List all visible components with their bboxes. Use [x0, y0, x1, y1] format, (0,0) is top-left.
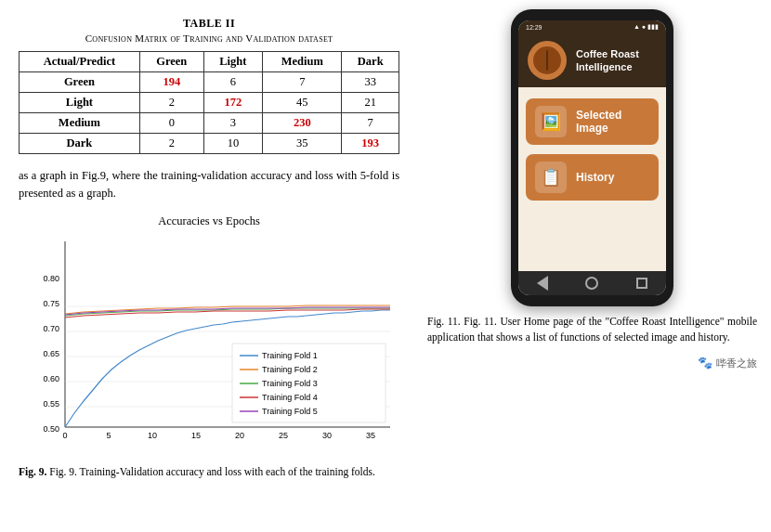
phone-container: 12:29 ▲ ● ▮▮▮ Coffee RoastIntelligence 🖼…	[427, 9, 757, 306]
table-cell: 0	[139, 113, 203, 134]
chart-area: Accuracies vs Epochs 0.50 0.55 0.60 0.65…	[19, 214, 399, 480]
svg-text:Training Fold 4: Training Fold 4	[262, 393, 318, 402]
app-title: Coffee RoastIntelligence	[576, 47, 639, 74]
fig11-text: Fig. 11. User Home page of the "Coffee R…	[427, 316, 757, 343]
table-cell: Green	[20, 72, 140, 93]
fig9-label: Fig. 9.	[19, 466, 46, 477]
table-title: TABLE II	[19, 17, 399, 31]
phone-nav-bar	[518, 271, 666, 295]
svg-text:25: 25	[279, 431, 288, 440]
col-header-medium: Medium	[263, 52, 342, 72]
phone-signal-icons: ▲ ● ▮▮▮	[634, 23, 659, 31]
svg-text:0.80: 0.80	[43, 274, 59, 283]
table-cell: 172	[203, 93, 262, 113]
table-cell: 21	[342, 93, 399, 113]
right-panel: 12:29 ▲ ● ▮▮▮ Coffee RoastIntelligence 🖼…	[418, 0, 771, 532]
table-cell: 3	[203, 113, 262, 134]
fig11-label: Fig. 11.	[427, 316, 461, 327]
svg-text:0: 0	[62, 431, 67, 440]
history-icon: 📋	[535, 162, 567, 193]
svg-text:0.55: 0.55	[43, 399, 59, 409]
recent-nav-icon[interactable]	[636, 278, 647, 289]
svg-text:0.70: 0.70	[43, 324, 59, 333]
table-cell: 6	[203, 72, 262, 93]
table-cell: 33	[342, 72, 399, 93]
phone-screen: 12:29 ▲ ● ▮▮▮ Coffee RoastIntelligence 🖼…	[518, 20, 666, 295]
phone-mockup: 12:29 ▲ ● ▮▮▮ Coffee RoastIntelligence 🖼…	[511, 9, 673, 306]
svg-text:0.75: 0.75	[43, 299, 59, 308]
svg-text:Training Fold 1: Training Fold 1	[262, 351, 318, 360]
selected-image-button[interactable]: 🖼️ SelectedImage	[526, 98, 659, 145]
table-cell: Dark	[20, 134, 140, 154]
table-cell: Medium	[20, 113, 140, 134]
accuracy-chart: 0.50 0.55 0.60 0.65 0.70 0.75 0.80 0 5 1…	[19, 232, 399, 460]
selected-image-label: SelectedImage	[576, 109, 621, 135]
back-nav-icon[interactable]	[537, 276, 548, 291]
table-cell: 7	[342, 113, 399, 134]
table-cell: 2	[139, 134, 203, 154]
svg-text:Training Fold 3: Training Fold 3	[262, 379, 318, 388]
svg-text:20: 20	[235, 431, 244, 440]
chart-title: Accuracies vs Epochs	[19, 214, 399, 228]
svg-text:Training Fold 5: Training Fold 5	[262, 407, 318, 416]
watermark-text: 哔香之旅	[716, 357, 757, 370]
selected-image-icon: 🖼️	[535, 106, 567, 137]
svg-text:10: 10	[148, 431, 157, 440]
table-cell: 35	[263, 134, 342, 154]
svg-text:5: 5	[106, 431, 111, 440]
svg-text:0.65: 0.65	[43, 349, 59, 358]
phone-app-body: 🖼️ SelectedImage 📋 History	[518, 87, 666, 271]
svg-text:0.60: 0.60	[43, 374, 59, 383]
fig11-caption: Fig. 11. Fig. 11. User Home page of the …	[427, 314, 757, 344]
watermark-icon: 🐾	[698, 356, 712, 370]
phone-status-bar: 12:29 ▲ ● ▮▮▮	[518, 20, 666, 33]
home-nav-icon[interactable]	[585, 277, 598, 290]
col-header-green: Green	[139, 52, 203, 72]
history-label: History	[576, 171, 614, 184]
svg-text:15: 15	[191, 431, 201, 440]
phone-time: 12:29	[526, 24, 542, 31]
phone-app-header: Coffee RoastIntelligence	[518, 33, 666, 87]
table-cell: 193	[342, 134, 399, 154]
col-header-dark: Dark	[342, 52, 399, 72]
table-cell: 7	[263, 72, 342, 93]
fig9-text: Fig. 9. Training-Validation accuracy and…	[49, 466, 375, 477]
watermark: 🐾 哔香之旅	[427, 356, 757, 370]
table-cell: Light	[20, 93, 140, 113]
svg-text:30: 30	[322, 431, 332, 440]
table-cell: 194	[139, 72, 203, 93]
history-button[interactable]: 📋 History	[526, 154, 659, 201]
confusion-matrix-table: Actual/Predict Green Light Medium Dark G…	[19, 51, 399, 154]
col-header-light: Light	[203, 52, 262, 72]
svg-text:Training Fold 2: Training Fold 2	[262, 365, 318, 374]
table-subtitle: Confusion Matrix of Training and Validat…	[19, 32, 399, 44]
table-cell: 230	[263, 113, 342, 134]
svg-text:35: 35	[366, 431, 375, 440]
left-panel: TABLE II Confusion Matrix of Training an…	[0, 0, 418, 532]
coffee-bean-inner	[533, 46, 561, 74]
paragraph-text: as a graph in Fig.9, where the training-…	[19, 167, 399, 203]
svg-text:0.50: 0.50	[43, 424, 59, 434]
table-cell: 2	[139, 93, 203, 113]
table-section: TABLE II Confusion Matrix of Training an…	[19, 17, 399, 154]
coffee-bean-icon	[528, 41, 567, 80]
col-header-actual: Actual/Predict	[20, 52, 140, 72]
table-cell: 10	[203, 134, 262, 154]
fig9-caption: Fig. 9. Fig. 9. Training-Validation accu…	[19, 464, 399, 480]
table-cell: 45	[263, 93, 342, 113]
